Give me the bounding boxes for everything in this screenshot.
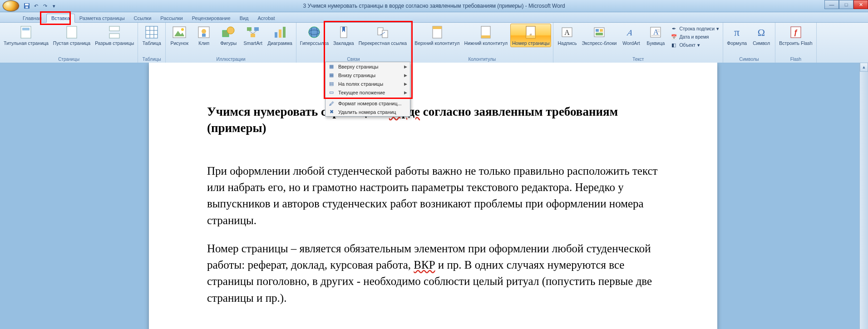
svg-point-29 bbox=[309, 27, 320, 38]
svg-rect-47 bbox=[596, 33, 603, 35]
dropcap-button[interactable]: AБуквица bbox=[644, 24, 667, 47]
qat-redo-icon[interactable]: ↷ bbox=[41, 2, 49, 10]
crossref-button[interactable]: Перекрестная ссылка bbox=[357, 24, 409, 47]
close-button[interactable]: ✕ bbox=[853, 0, 868, 9]
submenu-arrow-icon: ▶ bbox=[404, 82, 407, 86]
dropcap-icon: A bbox=[648, 25, 663, 39]
shapes-button[interactable]: Фигуры bbox=[217, 24, 240, 47]
document-page[interactable]: Учимся нумеровать страницы в ворде согла… bbox=[149, 63, 717, 329]
header-button[interactable]: Верхний колонтитул bbox=[413, 24, 461, 47]
clipart-button[interactable]: Клип bbox=[192, 24, 216, 47]
cover-page-icon bbox=[19, 25, 33, 39]
chart-button[interactable]: Диаграмма bbox=[266, 24, 294, 47]
symbol-button[interactable]: ΩСимвол bbox=[750, 24, 773, 47]
hyperlink-button[interactable]: Гиперссылка bbox=[298, 24, 330, 47]
submenu-arrow-icon: ▶ bbox=[404, 64, 407, 69]
svg-rect-1 bbox=[25, 4, 29, 5]
table-button[interactable]: Таблица bbox=[140, 24, 163, 47]
remove-icon: ✖ bbox=[327, 108, 335, 116]
svg-point-20 bbox=[227, 27, 234, 34]
menu-top-of-page[interactable]: ▦Вверху страницы▶ bbox=[326, 62, 410, 71]
group-flash: ƒВстроить Flash Flash bbox=[775, 23, 816, 63]
tab-mailings[interactable]: Рассылки bbox=[156, 14, 187, 22]
tab-home[interactable]: Главная bbox=[18, 14, 46, 22]
date-time-button[interactable]: 📅Дата и время bbox=[668, 33, 710, 41]
tab-insert[interactable]: Вставка bbox=[46, 14, 75, 23]
maximize-button[interactable]: □ bbox=[839, 0, 853, 9]
minimize-button[interactable]: — bbox=[824, 0, 839, 9]
bookmark-button[interactable]: Закладка bbox=[331, 24, 356, 47]
quickparts-button[interactable]: Экспресс-блоки bbox=[580, 24, 618, 47]
svg-rect-8 bbox=[146, 26, 158, 38]
shapes-icon bbox=[221, 25, 236, 39]
qat-undo-icon[interactable]: ↶ bbox=[32, 2, 40, 10]
window-controls: — □ ✕ bbox=[824, 0, 868, 9]
scroll-up-button[interactable]: ▲ bbox=[860, 63, 868, 72]
svg-rect-45 bbox=[596, 29, 599, 32]
svg-point-15 bbox=[181, 28, 184, 31]
tab-review[interactable]: Рецензирование bbox=[187, 14, 235, 22]
svg-rect-36 bbox=[433, 26, 442, 29]
svg-rect-28 bbox=[283, 27, 286, 38]
footer-icon bbox=[478, 25, 493, 39]
svg-rect-23 bbox=[251, 34, 255, 37]
picture-button[interactable]: Рисунок bbox=[168, 24, 191, 47]
wordart-icon: A bbox=[624, 25, 638, 39]
svg-rect-27 bbox=[279, 29, 281, 38]
group-pages: Титульная страница Пустая страница Разры… bbox=[0, 23, 138, 63]
menu-bottom-of-page[interactable]: ▦Внизу страницы▶ bbox=[326, 71, 410, 79]
table-icon bbox=[144, 25, 159, 39]
object-button[interactable]: ◧Объект ▾ bbox=[668, 41, 702, 49]
svg-rect-22 bbox=[254, 27, 259, 31]
page-top-icon: ▦ bbox=[327, 63, 335, 70]
svg-rect-21 bbox=[247, 27, 252, 31]
menu-page-margins[interactable]: ▤На полях страницы▶ bbox=[326, 79, 410, 88]
titlebar: ↶ ↷ ▾ 3 Учимся нумеровать страницы в вор… bbox=[0, 0, 868, 12]
svg-rect-41 bbox=[526, 35, 535, 38]
svg-text:ƒ: ƒ bbox=[794, 29, 798, 36]
svg-line-24 bbox=[249, 31, 253, 34]
signature-line-button[interactable]: ✒Строка подписи ▾ bbox=[668, 25, 721, 33]
ribbon-tabs: Главная Вставка Разметка страницы Ссылки… bbox=[0, 12, 868, 23]
menu-current-position[interactable]: ▭Текущее положение▶ bbox=[326, 88, 410, 97]
spellcheck-underline: ВКР bbox=[414, 259, 435, 271]
cover-page-button[interactable]: Титульная страница bbox=[2, 24, 50, 47]
tab-view[interactable]: Вид bbox=[235, 14, 253, 22]
globe-icon bbox=[307, 25, 321, 39]
object-icon: ◧ bbox=[670, 41, 677, 49]
omega-icon: Ω bbox=[754, 25, 769, 39]
doc-paragraph-1: При оформлении любой студенческой работы… bbox=[207, 163, 668, 229]
doc-paragraph-2: Номер страницы – является обязательным э… bbox=[207, 241, 668, 306]
vertical-scrollbar[interactable]: ▲ bbox=[859, 63, 868, 329]
menu-remove-page-numbers[interactable]: ✖Удалить номера страниц bbox=[326, 108, 410, 116]
qat-save-icon[interactable] bbox=[23, 2, 31, 10]
svg-rect-4 bbox=[22, 28, 30, 30]
page-number-icon: # bbox=[523, 25, 538, 39]
page-break-button[interactable]: Разрыв страницы bbox=[93, 24, 136, 47]
calendar-icon: 📅 bbox=[670, 33, 677, 40]
page-bottom-icon: ▦ bbox=[327, 72, 335, 79]
tab-acrobat[interactable]: Acrobat bbox=[253, 14, 280, 22]
equation-button[interactable]: πФормула bbox=[725, 24, 749, 47]
menu-format-page-numbers[interactable]: 🖉Формат номеров страниц... bbox=[326, 99, 410, 108]
office-button[interactable] bbox=[3, 0, 19, 11]
document-area: Учимся нумеровать страницы в ворде согла… bbox=[0, 63, 868, 329]
embed-flash-button[interactable]: ƒВстроить Flash bbox=[777, 24, 814, 47]
tab-layout[interactable]: Разметка страницы bbox=[75, 14, 129, 22]
blank-page-button[interactable]: Пустая страница bbox=[51, 24, 92, 47]
wordart-button[interactable]: AWordArt bbox=[619, 24, 643, 47]
page-number-button[interactable]: #Номер страницы bbox=[510, 24, 551, 47]
clipart-icon bbox=[197, 25, 211, 39]
svg-text:π: π bbox=[734, 26, 740, 38]
svg-text:Ω: Ω bbox=[758, 27, 765, 38]
svg-rect-26 bbox=[275, 32, 277, 38]
smartart-button[interactable]: SmartArt bbox=[241, 24, 265, 47]
textbox-icon: A bbox=[560, 25, 574, 39]
textbox-button[interactable]: AНадпись bbox=[555, 24, 579, 47]
qat-dropdown-icon[interactable]: ▾ bbox=[50, 2, 58, 10]
svg-text:A: A bbox=[626, 28, 634, 37]
footer-button[interactable]: Нижний колонтитул bbox=[462, 24, 509, 47]
tab-references[interactable]: Ссылки bbox=[129, 14, 156, 22]
window-title: 3 Учимся нумеровать страницы в ворде сог… bbox=[0, 3, 868, 9]
bookmark-icon bbox=[336, 25, 351, 39]
